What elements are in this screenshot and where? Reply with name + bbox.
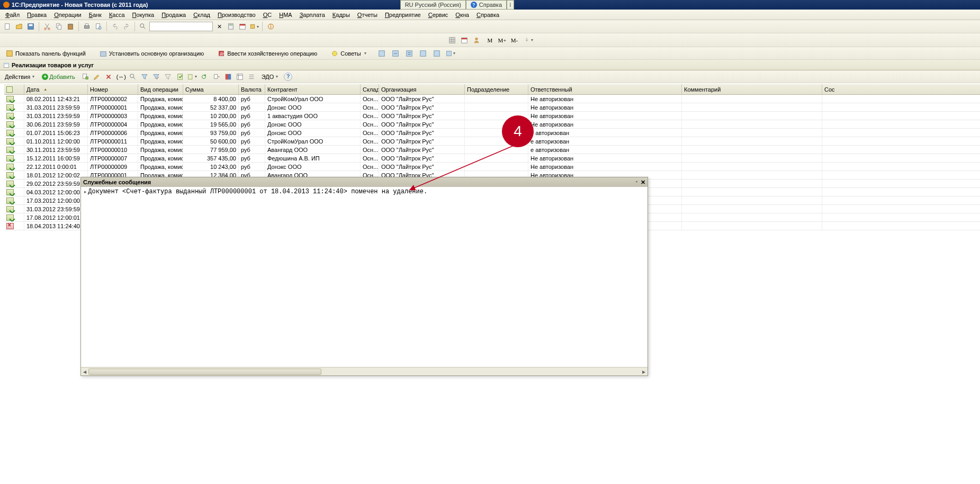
paste-icon[interactable] bbox=[65, 21, 76, 32]
interval-icon[interactable]: (↔) bbox=[116, 71, 127, 82]
refresh-icon[interactable] bbox=[199, 71, 209, 82]
col-org[interactable]: Организация bbox=[379, 84, 465, 94]
table-row[interactable]: 31.03.2011 23:59:59ЛТР00000003Продажа, к… bbox=[4, 112, 980, 120]
struct-icon[interactable] bbox=[235, 71, 245, 82]
messages-title: Служебные сообщения bbox=[83, 179, 151, 185]
grid-icon[interactable] bbox=[447, 35, 457, 46]
menu-operations[interactable]: Операции bbox=[51, 11, 84, 19]
help-button-icon[interactable]: ? bbox=[283, 71, 293, 82]
menu-warehouse[interactable]: Склад bbox=[190, 11, 213, 19]
calendar-icon[interactable] bbox=[237, 21, 248, 32]
fb-icon3[interactable] bbox=[404, 48, 415, 59]
m-button[interactable]: M bbox=[485, 35, 496, 46]
menu-salary[interactable]: Зарплата bbox=[296, 11, 328, 19]
user-icon[interactable] bbox=[471, 35, 482, 46]
set-org-button[interactable]: Установить основную организацию bbox=[96, 48, 208, 59]
messages-min-icon[interactable]: ▫ bbox=[636, 179, 637, 186]
col-icon[interactable] bbox=[4, 84, 24, 94]
add-op-button[interactable]: ДтВвести хозяйственную операцию bbox=[214, 48, 321, 59]
menu-help[interactable]: Справка bbox=[473, 11, 502, 19]
menu-windows[interactable]: Окна bbox=[452, 11, 472, 19]
scroll-left-icon[interactable]: ◀ bbox=[81, 368, 88, 376]
messages-scrollbar[interactable]: ◀ ▶ bbox=[81, 367, 648, 375]
show-panel-button[interactable]: Показать панель функций bbox=[2, 48, 89, 59]
table-row[interactable]: 30.06.2011 23:59:59ЛТР00000004Продажа, к… bbox=[4, 120, 980, 129]
open-icon[interactable] bbox=[14, 21, 24, 32]
messages-close-icon[interactable]: ✕ bbox=[641, 179, 645, 186]
col-kom[interactable]: Комментарий bbox=[682, 84, 822, 94]
tool-dd-icon[interactable] bbox=[249, 21, 259, 32]
col-sost[interactable]: Сос bbox=[822, 84, 980, 94]
fb-icon5[interactable] bbox=[431, 48, 442, 59]
cal2-icon[interactable] bbox=[459, 35, 470, 46]
redo-icon[interactable] bbox=[121, 21, 132, 32]
menu-sale[interactable]: Продажа bbox=[158, 11, 189, 19]
col-cur[interactable]: Валюта bbox=[239, 84, 265, 94]
tips-button[interactable]: Советы bbox=[327, 48, 370, 59]
edo-button[interactable]: ЭДО bbox=[259, 72, 281, 82]
move-icon[interactable] bbox=[211, 71, 222, 82]
actions-button[interactable]: Действия bbox=[2, 72, 37, 82]
undo-icon[interactable] bbox=[110, 21, 120, 32]
new-icon[interactable] bbox=[2, 21, 13, 32]
fb-icon4[interactable] bbox=[418, 48, 428, 59]
tool2-dd-icon[interactable] bbox=[523, 35, 534, 46]
menu-production[interactable]: Производство bbox=[214, 11, 259, 19]
collapse-tab[interactable]: ⁞ bbox=[507, 0, 514, 10]
find-icon[interactable] bbox=[128, 71, 138, 82]
add-label: Добавить bbox=[49, 74, 75, 80]
menu-os[interactable]: ОС bbox=[260, 11, 275, 19]
fb-icon1[interactable] bbox=[376, 48, 387, 59]
search-clear-icon[interactable]: ✕ bbox=[214, 21, 224, 32]
fb-icon6[interactable] bbox=[445, 48, 456, 59]
col-number[interactable]: Номер bbox=[88, 84, 138, 94]
menu-enterprise[interactable]: Предприятие bbox=[382, 11, 424, 19]
scroll-thumb[interactable] bbox=[88, 369, 321, 375]
col-date[interactable]: Дата bbox=[24, 84, 88, 94]
table-row[interactable]: 08.02.2011 12:43:21ЛТР00000002Продажа, к… bbox=[4, 95, 980, 103]
table-row[interactable]: 01.07.2011 15:06:23ЛТР00000006Продажа, к… bbox=[4, 129, 980, 137]
copy-icon[interactable] bbox=[53, 21, 64, 32]
preview-icon[interactable] bbox=[93, 21, 104, 32]
info-icon[interactable]: ⓘ bbox=[265, 21, 276, 32]
menu-file[interactable]: Файл bbox=[2, 11, 23, 19]
col-podr[interactable]: Подразделение bbox=[465, 84, 528, 94]
col-sklad[interactable]: Склад bbox=[361, 84, 379, 94]
print-icon[interactable] bbox=[82, 21, 92, 32]
m-minus-button[interactable]: M- bbox=[509, 35, 520, 46]
cut-icon[interactable] bbox=[42, 21, 52, 32]
delete-icon[interactable] bbox=[103, 71, 114, 82]
scroll-right-icon[interactable]: ▶ bbox=[640, 368, 648, 376]
edit-icon[interactable] bbox=[92, 71, 102, 82]
filter1-icon[interactable] bbox=[139, 71, 150, 82]
menu-purchase[interactable]: Покупка bbox=[129, 11, 158, 19]
dkt-icon[interactable] bbox=[223, 71, 233, 82]
fb-icon2[interactable] bbox=[390, 48, 401, 59]
help-tab[interactable]: ?Справка bbox=[466, 0, 507, 10]
menu-hr[interactable]: Кадры bbox=[329, 11, 353, 19]
post-dd-icon[interactable] bbox=[187, 71, 197, 82]
list-icon[interactable] bbox=[246, 71, 257, 82]
filter3-icon[interactable] bbox=[163, 71, 173, 82]
calc-icon[interactable] bbox=[226, 21, 236, 32]
menu-bank[interactable]: Банк bbox=[86, 11, 105, 19]
col-kontr[interactable]: Контрагент bbox=[265, 84, 361, 94]
menu-reports[interactable]: Отчеты bbox=[354, 11, 381, 19]
copyrow-icon[interactable] bbox=[80, 71, 91, 82]
menu-edit[interactable]: Правка bbox=[24, 11, 50, 19]
menu-cash[interactable]: Касса bbox=[106, 11, 128, 19]
menu-service[interactable]: Сервис bbox=[425, 11, 452, 19]
table-row[interactable]: 31.03.2011 23:59:59ЛТР00000001Продажа, к… bbox=[4, 103, 980, 112]
lang-tab[interactable]: RU Русский (Россия) bbox=[400, 0, 466, 10]
post-icon[interactable] bbox=[175, 71, 186, 82]
save-icon[interactable] bbox=[25, 21, 36, 32]
filter2-icon[interactable] bbox=[151, 71, 161, 82]
search-input[interactable] bbox=[149, 22, 213, 31]
search-icon[interactable] bbox=[138, 21, 148, 32]
add-button[interactable]: +Добавить bbox=[39, 72, 78, 82]
m-plus-button[interactable]: M+ bbox=[497, 35, 508, 46]
menu-nma[interactable]: НМА bbox=[276, 11, 295, 19]
col-otv[interactable]: Ответственный bbox=[528, 84, 682, 94]
col-op[interactable]: Вид операции bbox=[138, 84, 183, 94]
col-sum[interactable]: Сумма bbox=[183, 84, 239, 94]
